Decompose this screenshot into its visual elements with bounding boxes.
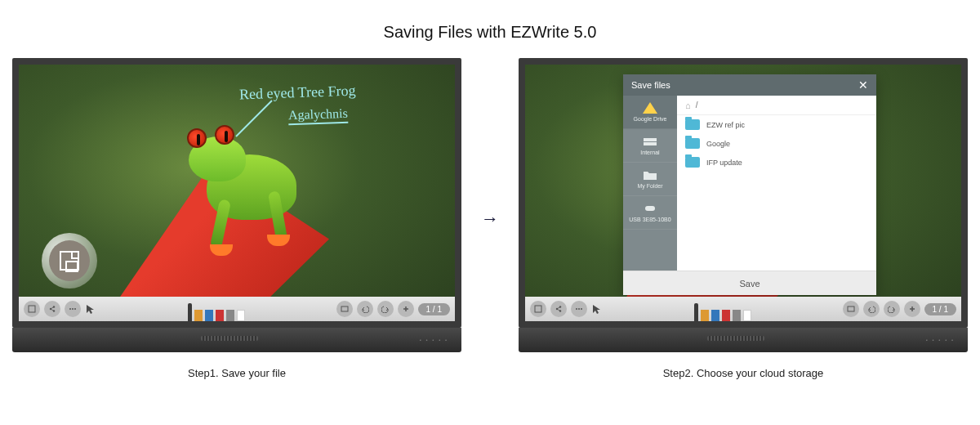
dialog-main: ⌂ / EZW ref pic Google [677, 96, 876, 271]
step2-label: Step2. Choose your cloud storage [519, 367, 968, 379]
color-swatch[interactable] [722, 310, 730, 321]
tool-swatches [607, 297, 839, 321]
color-swatch[interactable] [226, 310, 234, 321]
svg-rect-11 [535, 306, 541, 312]
arrow-icon: → [481, 208, 499, 230]
folder-icon [685, 138, 700, 149]
close-icon[interactable]: ✕ [858, 78, 868, 92]
color-swatch[interactable] [701, 310, 709, 321]
svg-rect-7 [341, 306, 348, 311]
display-frame: Red eyed Tree Frog Agalychnis [12, 58, 461, 328]
step1-label: Step1. Save your file [12, 367, 461, 379]
folder-icon [685, 157, 700, 168]
redo-icon[interactable] [884, 301, 900, 317]
color-swatch[interactable] [711, 310, 719, 321]
screenshot-icon[interactable] [336, 301, 353, 317]
sidebar-item-internal[interactable]: Internal [623, 129, 677, 163]
breadcrumb[interactable]: ⌂ / [677, 96, 876, 115]
more-icon[interactable] [571, 301, 587, 317]
color-swatch[interactable] [205, 310, 213, 321]
more-icon[interactable] [65, 301, 81, 317]
color-swatch[interactable] [194, 310, 203, 321]
add-page-icon[interactable] [904, 301, 920, 317]
sidebar-item-label: Internal [640, 150, 659, 155]
svg-point-17 [581, 308, 582, 310]
save-disk-icon [60, 251, 79, 271]
bottom-toolbar: 1 / 1 [525, 297, 961, 321]
pen-tool-icon[interactable] [188, 303, 192, 321]
redo-icon[interactable] [377, 301, 394, 317]
folder-name: IFP update [706, 159, 742, 167]
folder-icon [685, 119, 700, 130]
cursor-icon[interactable] [591, 303, 603, 315]
share-icon[interactable] [550, 301, 567, 317]
screenshot-icon[interactable] [843, 301, 859, 317]
folder-name: Google [706, 140, 730, 148]
dialog-sidebar: Google Drive Internal My Folder [623, 96, 677, 271]
svg-point-15 [576, 308, 577, 310]
save-dialog: Save files ✕ Google Drive Internal [623, 74, 876, 295]
frog-graphic [182, 122, 321, 253]
color-swatch[interactable] [733, 310, 741, 321]
panel-step2: Save files ✕ Google Drive Internal [519, 58, 968, 379]
folder-row[interactable]: IFP update [677, 153, 876, 172]
svg-point-4 [69, 308, 71, 310]
sidebar-item-my-folder[interactable]: My Folder [623, 163, 677, 196]
save-button-highlight[interactable] [42, 233, 97, 289]
home-icon: ⌂ [685, 101, 691, 110]
bottom-toolbar: 1 / 1 [19, 297, 455, 321]
svg-point-5 [72, 308, 74, 310]
dialog-title: Save files [631, 80, 670, 90]
page-indicator[interactable]: 1 / 1 [418, 303, 450, 315]
dialog-header: Save files ✕ [623, 74, 876, 96]
svg-rect-9 [644, 142, 657, 145]
display-frame: Save files ✕ Google Drive Internal [519, 58, 968, 328]
sidebar-item-label: Google Drive [634, 116, 667, 122]
sidebar-item-label: USB 3E85-10B0 [629, 217, 670, 222]
folder-row[interactable]: Google [677, 134, 876, 153]
undo-icon[interactable] [863, 301, 880, 317]
save-button[interactable]: Save [623, 271, 876, 295]
save-icon[interactable] [530, 301, 546, 317]
folder-list: EZW ref pic Google IFP update [677, 115, 876, 271]
svg-point-16 [578, 308, 580, 310]
canvas-screen[interactable]: Red eyed Tree Frog Agalychnis [19, 65, 455, 321]
sidebar-item-usb[interactable]: USB 3E85-10B0 [623, 196, 677, 230]
svg-rect-10 [645, 206, 655, 211]
tool-swatches [100, 297, 332, 321]
folder-row[interactable]: EZW ref pic [677, 115, 876, 134]
breadcrumb-path: / [696, 101, 698, 110]
svg-rect-0 [29, 306, 35, 312]
undo-icon[interactable] [357, 301, 373, 317]
svg-rect-18 [848, 306, 854, 311]
add-page-icon[interactable] [398, 301, 414, 317]
display-chassis: • • • • • [12, 328, 461, 352]
annotation-text-1: Red eyed Tree Frog [239, 83, 356, 104]
pen-tool-icon[interactable] [694, 303, 698, 321]
page-indicator[interactable]: 1 / 1 [924, 303, 956, 315]
color-swatch[interactable] [216, 310, 224, 321]
page-title: Saving Files with EZWrite 5.0 [0, 0, 980, 58]
canvas-screen: Save files ✕ Google Drive Internal [525, 65, 961, 321]
panel-step1: Red eyed Tree Frog Agalychnis [12, 58, 461, 379]
storage-icon [643, 136, 657, 147]
save-icon[interactable] [24, 301, 40, 317]
stage: Red eyed Tree Frog Agalychnis [0, 58, 980, 379]
folder-name: EZW ref pic [706, 121, 745, 129]
color-swatch[interactable] [237, 310, 245, 321]
color-swatch[interactable] [743, 310, 751, 321]
cursor-icon[interactable] [85, 303, 96, 315]
display-chassis: • • • • • [519, 328, 968, 352]
svg-point-6 [74, 308, 76, 310]
usb-icon [643, 203, 657, 214]
folder-icon [643, 169, 657, 181]
google-drive-icon [643, 102, 657, 114]
share-icon[interactable] [44, 301, 60, 317]
sidebar-item-google-drive[interactable]: Google Drive [623, 96, 677, 129]
sidebar-item-label: My Folder [637, 183, 662, 189]
svg-rect-8 [644, 138, 657, 141]
annotation-text-2: Agalychnis [288, 106, 349, 126]
